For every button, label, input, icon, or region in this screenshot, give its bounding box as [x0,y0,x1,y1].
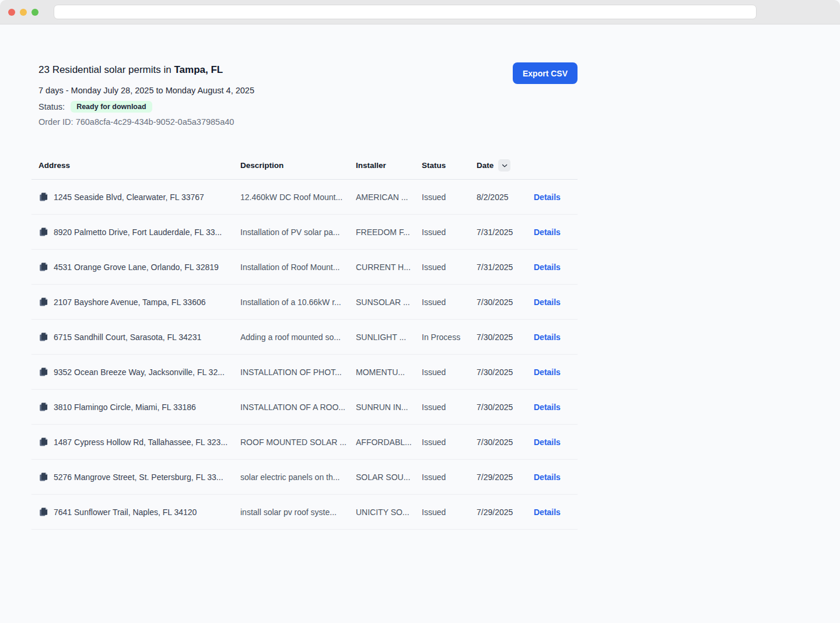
installer-cell: SOLAR SOU... [356,473,422,482]
close-window-button[interactable] [8,9,15,16]
copy-address-button[interactable] [38,192,48,202]
description-cell: INSTALLATION OF PHOT... [240,368,356,377]
table-header-row: Address Description Installer Status Dat… [32,152,578,180]
table-row: 6715 Sandhill Court, Sarasota, FL 34231 … [32,320,578,355]
page-header: 23 Residential solar permits in Tampa, F… [32,63,578,127]
address-cell: 4531 Orange Grove Lane, Orlando, FL 3281… [32,262,240,272]
address-cell: 9352 Ocean Breeze Way, Jacksonville, FL … [32,367,240,377]
details-link[interactable]: Details [534,438,561,447]
copy-icon [38,332,48,342]
address-cell: 1487 Cypress Hollow Rd, Tallahassee, FL … [32,437,240,447]
copy-address-button[interactable] [38,297,48,307]
installer-cell: UNICITY SO... [356,508,422,517]
details-link[interactable]: Details [534,262,561,272]
date-cell: 7/31/2025 [477,228,534,237]
date-cell: 7/30/2025 [477,368,534,377]
description-cell: Installation of a 10.66kW r... [240,298,356,307]
address-text: 5276 Mangrove Street, St. Petersburg, FL… [54,473,223,482]
column-header-date: Date [477,159,534,172]
copy-icon [38,192,48,202]
address-text: 1245 Seaside Blvd, Clearwater, FL 33767 [54,192,204,202]
table-row: 1245 Seaside Blvd, Clearwater, FL 33767 … [32,180,578,215]
installer-cell: AFFORDABL... [356,438,422,447]
installer-cell: SUNLIGHT ... [356,332,422,342]
description-cell: solar electric panels on th... [240,473,356,482]
zoom-window-button[interactable] [32,9,38,16]
copy-address-button[interactable] [38,332,48,342]
column-header-date-label: Date [477,161,494,170]
description-cell: INSTALLATION OF A ROO... [240,402,356,412]
status-cell: Issued [422,508,477,517]
date-cell: 7/31/2025 [477,262,534,272]
url-bar[interactable] [54,5,757,19]
status-cell: Issued [422,368,477,377]
copy-icon [38,297,48,307]
details-cell: Details [534,228,578,237]
copy-address-button[interactable] [38,367,48,377]
copy-address-button[interactable] [38,437,48,447]
copy-address-button[interactable] [38,472,48,482]
status-cell: Issued [422,402,477,412]
status-label: Status: [38,102,65,111]
table-row: 7641 Sunflower Trail, Naples, FL 34120 i… [32,495,578,530]
address-text: 2107 Bayshore Avenue, Tampa, FL 33606 [54,298,206,307]
date-cell: 7/30/2025 [477,332,534,342]
table-body: 1245 Seaside Blvd, Clearwater, FL 33767 … [32,180,578,530]
details-link[interactable]: Details [534,332,561,342]
date-sort-button[interactable] [498,159,510,172]
status-cell: In Process [422,332,477,342]
details-cell: Details [534,473,578,482]
date-cell: 7/29/2025 [477,508,534,517]
status-cell: Issued [422,192,477,202]
copy-address-button[interactable] [38,227,48,237]
status-cell: Issued [422,262,477,272]
address-cell: 5276 Mangrove Street, St. Petersburg, FL… [32,472,240,482]
details-link[interactable]: Details [534,228,561,237]
page-title-location: Tampa, FL [174,64,223,75]
address-text: 8920 Palmetto Drive, Fort Lauderdale, FL… [54,228,222,237]
address-text: 9352 Ocean Breeze Way, Jacksonville, FL … [54,368,225,377]
details-link[interactable]: Details [534,192,561,202]
installer-cell: SUNRUN IN... [356,402,422,412]
traffic-lights [8,9,38,16]
export-csv-button[interactable]: Export CSV [513,62,578,84]
date-cell: 7/30/2025 [477,402,534,412]
address-cell: 3810 Flamingo Circle, Miami, FL 33186 [32,402,240,412]
table-row: 8920 Palmetto Drive, Fort Lauderdale, FL… [32,215,578,250]
details-link[interactable]: Details [534,473,561,482]
description-cell: ROOF MOUNTED SOLAR ... [240,438,356,447]
column-header-description: Description [240,161,356,170]
details-cell: Details [534,262,578,272]
copy-address-button[interactable] [38,262,48,272]
details-cell: Details [534,298,578,307]
status-row: Status: Ready for download [38,100,578,113]
copy-icon [38,402,48,412]
status-badge: Ready for download [71,101,152,113]
address-text: 6715 Sandhill Court, Sarasota, FL 34231 [54,332,201,342]
address-text: 7641 Sunflower Trail, Naples, FL 34120 [54,508,197,517]
copy-address-button[interactable] [38,402,48,412]
status-cell: Issued [422,473,477,482]
details-link[interactable]: Details [534,402,561,412]
copy-icon [38,367,48,377]
copy-icon [38,437,48,447]
column-header-address: Address [32,161,240,170]
address-text: 4531 Orange Grove Lane, Orlando, FL 3281… [54,262,219,272]
copy-address-button[interactable] [38,507,48,517]
table-row: 5276 Mangrove Street, St. Petersburg, FL… [32,460,578,495]
date-cell: 7/30/2025 [477,298,534,307]
details-link[interactable]: Details [534,508,561,517]
date-cell: 7/29/2025 [477,473,534,482]
details-link[interactable]: Details [534,368,561,377]
date-cell: 8/2/2025 [477,192,534,202]
address-text: 3810 Flamingo Circle, Miami, FL 33186 [54,402,196,412]
description-cell: install solar pv roof syste... [240,508,356,517]
address-cell: 8920 Palmetto Drive, Fort Lauderdale, FL… [32,227,240,237]
status-cell: Issued [422,438,477,447]
table-row: 4531 Orange Grove Lane, Orlando, FL 3281… [32,250,578,285]
details-link[interactable]: Details [534,298,561,307]
details-cell: Details [534,508,578,517]
column-header-status: Status [422,161,477,170]
chevron-down-icon [501,162,508,169]
minimize-window-button[interactable] [20,9,27,16]
